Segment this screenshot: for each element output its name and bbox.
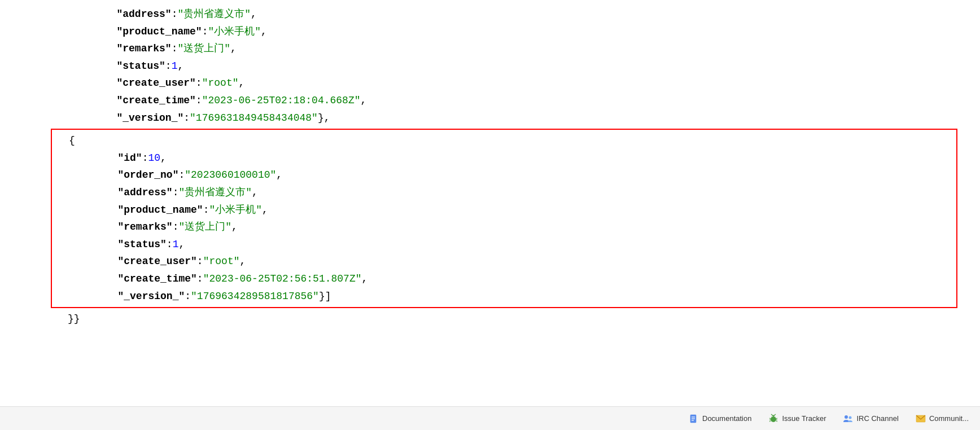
svg-point-17 xyxy=(849,416,852,419)
code-line: "order_no":"2023060100010", xyxy=(69,166,945,184)
json-number-value: 1 xyxy=(173,239,179,250)
json-string-value: "送货上门" xyxy=(178,221,231,232)
json-key: "create_time" xyxy=(116,95,195,106)
code-line: "remarks":"送货上门", xyxy=(69,218,945,236)
json-number-value: 1 xyxy=(172,60,178,72)
json-key: "remarks" xyxy=(116,43,171,54)
json-key: "order_no" xyxy=(117,169,178,181)
code-line: "status":1, xyxy=(69,236,945,253)
code-line-closing: }} xyxy=(68,310,957,328)
json-string-value: "2023-06-25T02:18:04.668Z" xyxy=(202,95,361,106)
json-key: "product_name" xyxy=(116,26,202,37)
code-line: "status":1, xyxy=(68,58,957,75)
code-line: "create_time":"2023-06-25T02:18:04.668Z"… xyxy=(68,92,957,109)
json-key: "address" xyxy=(117,187,172,198)
json-string-value: "1769634289581817856" xyxy=(191,291,319,302)
svg-line-13 xyxy=(776,421,777,422)
code-line: "create_time":"2023-06-25T02:56:51.807Z"… xyxy=(69,270,945,288)
code-line: "product_name":"小米手机", xyxy=(69,201,945,219)
json-string-value: "2023060100010" xyxy=(185,169,276,181)
doc-icon xyxy=(689,414,699,424)
json-key: "id" xyxy=(117,152,142,164)
irc-icon xyxy=(843,414,853,424)
json-key: "status" xyxy=(116,60,165,72)
issue-tracker-label: Issue Tracker xyxy=(782,414,826,423)
json-key: "create_user" xyxy=(117,256,196,267)
svg-line-6 xyxy=(771,414,773,415)
code-line: "product_name":"小米手机", xyxy=(68,23,957,41)
code-display: "address":"贵州省遵义市", "product_name":"小米手机… xyxy=(0,0,980,334)
highlighted-json-block: { "id":10, "order_no":"2023060100010", "… xyxy=(51,129,957,308)
code-line: "address":"贵州省遵义市", xyxy=(69,184,945,201)
json-string-value: "贵州省遵义市" xyxy=(178,187,252,198)
footer-irc-channel[interactable]: IRC Channel xyxy=(843,414,898,424)
svg-point-15 xyxy=(774,416,775,416)
json-string-value: "贵州省遵义市" xyxy=(177,8,251,20)
svg-line-8 xyxy=(769,418,771,419)
code-line: "id":10, xyxy=(69,150,945,167)
code-line: "_version_":"1769631849458434048"}, xyxy=(68,109,957,127)
bug-icon xyxy=(768,414,778,424)
code-line: "remarks":"送货上门", xyxy=(68,40,957,58)
documentation-label: Documentation xyxy=(702,414,751,423)
svg-line-11 xyxy=(776,418,777,419)
svg-point-14 xyxy=(772,416,773,416)
json-key: "create_time" xyxy=(117,273,196,284)
json-key: "_version_" xyxy=(117,291,185,302)
json-string-value: "root" xyxy=(203,256,240,267)
json-string-value: "小米手机" xyxy=(208,26,261,37)
json-string-value: "送货上门" xyxy=(177,43,230,54)
json-key: "create_user" xyxy=(116,77,195,89)
community-label: Communit... xyxy=(929,414,969,423)
json-key: "product_name" xyxy=(117,204,203,216)
code-line: "_version_":"1769634289581817856"}] xyxy=(69,288,945,305)
svg-line-7 xyxy=(775,414,776,415)
svg-line-10 xyxy=(769,421,771,422)
json-string-value: "2023-06-25T02:56:51.807Z" xyxy=(203,273,362,284)
json-string-value: "root" xyxy=(202,77,239,89)
json-key: "address" xyxy=(116,8,171,20)
svg-point-16 xyxy=(845,415,848,419)
code-line: "address":"贵州省遵义市", xyxy=(68,6,957,23)
json-key: "status" xyxy=(117,239,166,250)
code-line: { xyxy=(69,132,945,150)
mail-icon xyxy=(916,414,926,424)
footer-issue-tracker[interactable]: Issue Tracker xyxy=(768,414,826,424)
json-string-value: "1769631849458434048" xyxy=(190,112,318,124)
json-number-value: 10 xyxy=(148,152,160,164)
code-line: "create_user":"root", xyxy=(69,253,945,270)
footer: Documentation xyxy=(0,406,980,430)
json-string-value: "小米手机" xyxy=(209,204,262,216)
irc-channel-label: IRC Channel xyxy=(856,414,898,423)
code-line: "create_user":"root", xyxy=(68,74,957,92)
footer-community[interactable]: Communit... xyxy=(916,414,969,424)
json-key: "remarks" xyxy=(117,221,172,232)
json-key: "_version_" xyxy=(116,112,183,124)
footer-documentation[interactable]: Documentation xyxy=(689,414,751,424)
